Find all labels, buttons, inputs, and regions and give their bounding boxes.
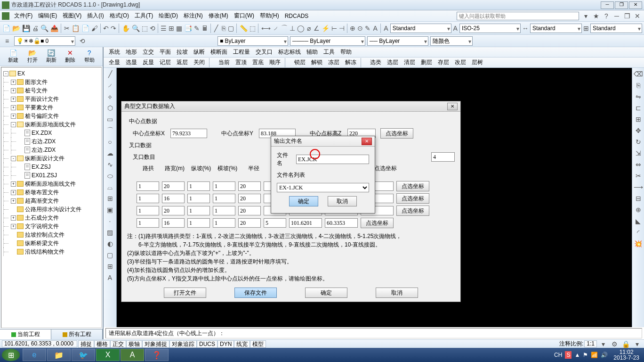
grid-cell-input[interactable] — [137, 218, 159, 228]
tree-node[interactable]: 纵断桥梁文件 — [3, 239, 99, 247]
anno-toggle-icon[interactable]: ▾ — [598, 339, 608, 349]
dim-ord-icon[interactable]: ⊥ — [289, 23, 296, 33]
start-button[interactable]: ⊞ — [2, 349, 20, 361]
ellipse-arc-icon[interactable]: ⌓ — [105, 182, 115, 192]
save-file-button[interactable]: 保存文件 — [234, 288, 277, 298]
tree-node[interactable]: EX.ZDX — [3, 129, 99, 137]
insert-block-icon[interactable]: ⊞ — [105, 193, 115, 204]
command-line[interactable]: 请用鼠标点取道路4定位点（中心线上一点）： — [105, 328, 642, 338]
status-toggle[interactable]: 线宽 — [234, 340, 250, 348]
block-icon[interactable]: ▢ — [227, 23, 234, 33]
tree-node[interactable]: +桩号文件 — [3, 86, 99, 95]
move-icon[interactable]: ✥ — [633, 125, 644, 136]
layer-op-item[interactable]: 全显 — [106, 58, 122, 67]
text-icon[interactable]: A — [383, 23, 389, 33]
center-x-input[interactable] — [170, 129, 207, 138]
menu-modify[interactable]: 修改(M) — [206, 11, 231, 21]
tray-up-icon[interactable]: ▲ — [574, 352, 580, 358]
open-icon[interactable]: 📂 — [12, 23, 21, 33]
preview-icon[interactable]: 🔍 — [40, 23, 49, 33]
region-tool-icon[interactable]: ▢ — [105, 250, 115, 260]
layer-op-item[interactable]: 解冻 — [343, 58, 359, 67]
layer-op-item[interactable]: 置底 — [250, 58, 266, 67]
tree-node[interactable]: +桩号偏距文件 — [3, 112, 99, 120]
grid-cell-input[interactable] — [238, 181, 261, 191]
pick-coord-button[interactable]: 点选坐标 — [361, 218, 394, 228]
dim-quick-icon[interactable]: ⚡ — [321, 23, 330, 33]
tree-node[interactable]: 沿线结构物文件 — [3, 247, 99, 256]
layer-op-item[interactable]: 关闭 — [191, 58, 207, 67]
proj-delete-button[interactable]: ✕删除 — [65, 49, 75, 64]
print-icon[interactable]: 🖨 — [32, 23, 39, 33]
status-toggle[interactable]: 对象追踪 — [169, 340, 197, 348]
lock-icon[interactable]: 🔒 — [620, 339, 631, 349]
tab-current-project[interactable]: 当前工程 — [0, 329, 51, 339]
help-search-input[interactable] — [457, 12, 579, 20]
status-toggle[interactable]: 栅格 — [94, 340, 110, 348]
cad-menu-item[interactable]: 帮助 — [338, 47, 354, 57]
fillet-icon[interactable]: ◜ — [633, 227, 644, 238]
copy-icon[interactable]: 📋 — [71, 23, 80, 33]
layer-prev-icon[interactable]: ⟲ — [77, 36, 88, 46]
menu-file[interactable]: 文件(F) — [11, 11, 35, 21]
status-toggle[interactable]: 捕捉 — [78, 340, 94, 348]
tool-palette-icon[interactable]: ▦ — [176, 23, 183, 33]
cad-menu-item[interactable]: 系统 — [106, 47, 122, 57]
zoom-icon[interactable]: 🔍 — [131, 23, 140, 33]
plotcolor-combo[interactable]: 随颜色 — [430, 36, 473, 46]
doc-restore-icon[interactable]: ❐ — [622, 11, 632, 21]
ime-indicator[interactable]: CH — [554, 352, 562, 358]
minimize-button[interactable]: ─ — [601, 1, 614, 9]
dim-base-icon[interactable]: ⊢ — [331, 23, 338, 33]
new-icon[interactable]: 📄 — [2, 23, 11, 33]
select-icon[interactable]: ⬚ — [249, 23, 256, 33]
lineweight-combo[interactable]: ── ByLayer — [367, 36, 428, 46]
tray-sogou-icon[interactable]: S — [565, 351, 572, 359]
status-toggle[interactable]: 正交 — [110, 340, 126, 348]
array-icon[interactable]: ⊞ — [633, 114, 644, 124]
grid-cell-input[interactable] — [162, 218, 185, 228]
properties-icon[interactable]: ☰ — [160, 23, 167, 33]
scale-icon[interactable]: ⇲ — [633, 148, 644, 158]
pick-coord-button[interactable]: 点选坐标 — [396, 193, 429, 204]
tree-node[interactable]: +图形文件 — [3, 78, 99, 86]
menu-help[interactable]: 帮助(H) — [257, 11, 282, 21]
design-center-icon[interactable]: ⊞ — [168, 23, 175, 33]
status-toggle[interactable]: DUCS — [197, 340, 217, 348]
text-tool-icon[interactable]: A — [452, 23, 459, 33]
dim-tedit-icon[interactable]: A — [372, 23, 378, 33]
grid-cell-input[interactable] — [187, 218, 210, 228]
dim-radius-icon[interactable]: ◯ — [297, 23, 305, 33]
cross-count-input[interactable] — [431, 152, 455, 162]
dim-dia-icon[interactable]: ⌀ — [306, 23, 312, 33]
grid-cell-input[interactable] — [213, 181, 235, 191]
cad-menu-item[interactable]: 拉坡 — [174, 47, 190, 57]
layer-op-item[interactable]: 层树 — [469, 58, 485, 67]
break-icon[interactable]: ⊟ — [633, 193, 644, 204]
grid-cell-input[interactable] — [213, 194, 235, 203]
grid-cell-input[interactable] — [162, 194, 185, 203]
cad-menu-item[interactable]: 辅助 — [304, 47, 320, 57]
layer-op-item[interactable]: 当前 — [216, 58, 232, 67]
anno-scale[interactable]: 1:1 — [584, 340, 597, 347]
pline-tool-icon[interactable]: ⟡ — [105, 91, 115, 102]
menu-dim[interactable]: 标注(N) — [181, 11, 206, 21]
line-tool-icon[interactable]: ╱ — [105, 69, 115, 79]
cad-menu-item[interactable]: 横断面 — [208, 47, 230, 57]
tree-node[interactable]: +横断面原地面线文件 — [3, 180, 99, 188]
status-toggle[interactable]: 模型 — [250, 340, 266, 348]
cut-icon[interactable]: ✂ — [64, 23, 70, 33]
menu-window[interactable]: 窗口(W) — [231, 11, 257, 21]
zoom-window-icon[interactable]: ⬚ — [141, 23, 148, 33]
dim-arc-icon[interactable]: ⌒ — [281, 23, 288, 33]
grid-cell-input[interactable] — [264, 218, 286, 228]
tree-node[interactable]: +文字说明文件 — [3, 222, 99, 230]
layer-op-item[interactable]: 删层 — [419, 58, 435, 67]
dim-aligned-icon[interactable]: ⟋ — [272, 23, 280, 33]
cad-menu-item[interactable]: 工具 — [321, 47, 337, 57]
doc-close-icon[interactable]: ✕ — [633, 11, 642, 21]
dlg2-ok-button[interactable]: 确定 — [289, 196, 318, 206]
taskbar-help-icon[interactable]: ❓ — [145, 349, 169, 361]
dlg1-ok-button[interactable]: 确定 — [305, 288, 347, 298]
center-icon[interactable]: ⊙ — [357, 23, 363, 33]
